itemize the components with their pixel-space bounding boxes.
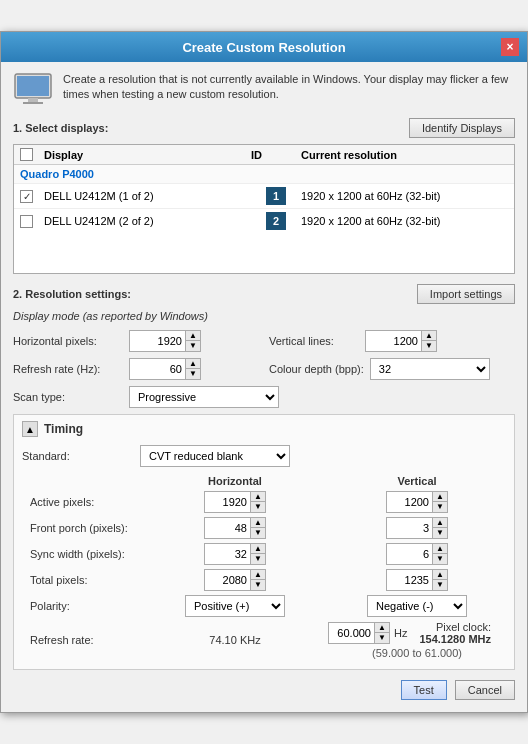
horizontal-pixels-row: Horizontal pixels: 1920 ▲ ▼ bbox=[13, 330, 259, 352]
test-button[interactable]: Test bbox=[401, 680, 447, 700]
active-v-up[interactable]: ▲ bbox=[433, 492, 447, 502]
svg-rect-1 bbox=[17, 76, 49, 96]
table-row: DELL U2412M (2 of 2) 2 1920 x 1200 at 60… bbox=[14, 208, 514, 233]
refresh-rate-field[interactable]: 60 bbox=[130, 359, 185, 379]
total-v-up[interactable]: ▲ bbox=[433, 570, 447, 580]
front-porch-v-input[interactable]: 3 ▲ ▼ bbox=[386, 517, 448, 539]
timing-section: ▲ Timing Standard: CVT reduced blank CVT… bbox=[13, 414, 515, 670]
bottom-buttons: Test Cancel bbox=[13, 680, 515, 700]
cancel-button[interactable]: Cancel bbox=[455, 680, 515, 700]
col-display-header: Display bbox=[44, 149, 251, 161]
vertical-lines-label: Vertical lines: bbox=[269, 335, 359, 347]
front-porch-label: Front porch (pixels): bbox=[22, 522, 142, 534]
select-all-checkbox[interactable] bbox=[20, 148, 33, 161]
timing-row-front-porch: Front porch (pixels): 48 ▲ ▼ 3 ▲ bbox=[22, 517, 506, 539]
front-porch-v-down[interactable]: ▼ bbox=[433, 528, 447, 538]
display-2-name: DELL U2412M (2 of 2) bbox=[44, 215, 251, 227]
timing-row-total: Total pixels: 2080 ▲ ▼ 1235 ▲ bbox=[22, 569, 506, 591]
timing-row-active: Active pixels: 1920 ▲ ▼ 1200 ▲ bbox=[22, 491, 506, 513]
resolution-label: 2. Resolution settings: bbox=[13, 288, 131, 300]
total-v-down[interactable]: ▼ bbox=[433, 580, 447, 590]
colour-depth-select[interactable]: 32 16 8 bbox=[370, 358, 490, 380]
display-2-checkbox[interactable] bbox=[20, 215, 33, 228]
refresh-static-value: 74.10 KHz bbox=[209, 634, 260, 646]
total-h-up[interactable]: ▲ bbox=[251, 570, 265, 580]
timing-standard-select[interactable]: CVT reduced blank CVT GTF Manual bbox=[140, 445, 290, 467]
total-v-input[interactable]: 1235 ▲ ▼ bbox=[386, 569, 448, 591]
front-porch-h-field[interactable]: 48 bbox=[205, 518, 250, 538]
scan-type-row: Scan type: Progressive Interlaced bbox=[13, 386, 515, 408]
vertical-lines-spinner: ▲ ▼ bbox=[421, 331, 436, 351]
timing-header: ▲ Timing bbox=[22, 421, 506, 437]
horizontal-pixels-field[interactable]: 1920 bbox=[130, 331, 185, 351]
vertical-lines-down[interactable]: ▼ bbox=[422, 341, 436, 351]
vertical-lines-row: Vertical lines: 1200 ▲ ▼ bbox=[269, 330, 515, 352]
sync-width-label: Sync width (pixels): bbox=[22, 548, 142, 560]
display-1-id: 1 bbox=[266, 187, 286, 205]
sync-width-v-down[interactable]: ▼ bbox=[433, 554, 447, 564]
display-2-id: 2 bbox=[266, 212, 286, 230]
total-h-spinner: ▲ ▼ bbox=[250, 570, 265, 590]
refresh-v-field[interactable]: 60.000 bbox=[329, 623, 374, 643]
active-v-field[interactable]: 1200 bbox=[387, 492, 432, 512]
horizontal-pixels-down[interactable]: ▼ bbox=[186, 341, 200, 351]
polarity-h-select[interactable]: Positive (+) Negative (-) bbox=[185, 595, 285, 617]
identify-displays-button[interactable]: Identify Displays bbox=[409, 118, 515, 138]
vertical-lines-field[interactable]: 1200 bbox=[366, 331, 421, 351]
total-pixels-label: Total pixels: bbox=[22, 574, 142, 586]
sync-width-h-input[interactable]: 32 ▲ ▼ bbox=[204, 543, 266, 565]
resolution-section-header: 2. Resolution settings: Import settings bbox=[13, 284, 515, 304]
front-porch-h-down[interactable]: ▼ bbox=[251, 528, 265, 538]
total-v-field[interactable]: 1235 bbox=[387, 570, 432, 590]
active-v-input[interactable]: 1200 ▲ ▼ bbox=[386, 491, 448, 513]
timing-collapse-icon[interactable]: ▲ bbox=[22, 421, 38, 437]
sync-width-v-field[interactable]: 6 bbox=[387, 544, 432, 564]
sync-width-h-field[interactable]: 32 bbox=[205, 544, 250, 564]
title-bar: Create Custom Resolution × bbox=[1, 32, 527, 62]
refresh-rate-down[interactable]: ▼ bbox=[186, 369, 200, 379]
polarity-v-select[interactable]: Negative (-) Positive (+) bbox=[367, 595, 467, 617]
active-v-spinner: ▲ ▼ bbox=[432, 492, 447, 512]
total-h-input[interactable]: 2080 ▲ ▼ bbox=[204, 569, 266, 591]
close-button[interactable]: × bbox=[501, 38, 519, 56]
active-h-input[interactable]: 1920 ▲ ▼ bbox=[204, 491, 266, 513]
refresh-v-down[interactable]: ▼ bbox=[375, 633, 389, 643]
active-h-down[interactable]: ▼ bbox=[251, 502, 265, 512]
sync-width-h-up[interactable]: ▲ bbox=[251, 544, 265, 554]
active-h-field[interactable]: 1920 bbox=[205, 492, 250, 512]
total-h-down[interactable]: ▼ bbox=[251, 580, 265, 590]
front-porch-v-up[interactable]: ▲ bbox=[433, 518, 447, 528]
timing-col-horizontal: Horizontal bbox=[146, 475, 324, 487]
import-settings-button[interactable]: Import settings bbox=[417, 284, 515, 304]
horizontal-pixels-up[interactable]: ▲ bbox=[186, 331, 200, 341]
resolution-form: Horizontal pixels: 1920 ▲ ▼ Refresh rate… bbox=[13, 330, 515, 380]
sync-width-v-up[interactable]: ▲ bbox=[433, 544, 447, 554]
vertical-lines-input[interactable]: 1200 ▲ ▼ bbox=[365, 330, 437, 352]
front-porch-h-spinner: ▲ ▼ bbox=[250, 518, 265, 538]
vertical-lines-up[interactable]: ▲ bbox=[422, 331, 436, 341]
table-row: DELL U2412M (1 of 2) 1 1920 x 1200 at 60… bbox=[14, 183, 514, 208]
horizontal-pixels-input[interactable]: 1920 ▲ ▼ bbox=[129, 330, 201, 352]
refresh-v-up[interactable]: ▲ bbox=[375, 623, 389, 633]
active-v-down[interactable]: ▼ bbox=[433, 502, 447, 512]
front-porch-h-input[interactable]: 48 ▲ ▼ bbox=[204, 517, 266, 539]
display-group: Quadro P4000 bbox=[14, 165, 514, 183]
sync-width-h-down[interactable]: ▼ bbox=[251, 554, 265, 564]
sync-width-v-input[interactable]: 6 ▲ ▼ bbox=[386, 543, 448, 565]
displays-section-header: 1. Select displays: Identify Displays bbox=[13, 118, 515, 138]
total-h-field[interactable]: 2080 bbox=[205, 570, 250, 590]
table-header: Display ID Current resolution bbox=[14, 145, 514, 165]
front-porch-v-spinner: ▲ ▼ bbox=[432, 518, 447, 538]
refresh-v-input[interactable]: 60.000 ▲ ▼ bbox=[328, 622, 390, 644]
display-1-checkbox[interactable] bbox=[20, 190, 33, 203]
front-porch-v-field[interactable]: 3 bbox=[387, 518, 432, 538]
refresh-rate-input[interactable]: 60 ▲ ▼ bbox=[129, 358, 201, 380]
display-2-res: 1920 x 1200 at 60Hz (32-bit) bbox=[301, 215, 508, 227]
refresh-rate-up[interactable]: ▲ bbox=[186, 359, 200, 369]
front-porch-h-up[interactable]: ▲ bbox=[251, 518, 265, 528]
refresh-range: (59.000 to 61.000) bbox=[328, 647, 506, 659]
active-h-up[interactable]: ▲ bbox=[251, 492, 265, 502]
col-id-header: ID bbox=[251, 149, 301, 161]
scan-type-select[interactable]: Progressive Interlaced bbox=[129, 386, 279, 408]
timing-title: Timing bbox=[44, 422, 83, 436]
